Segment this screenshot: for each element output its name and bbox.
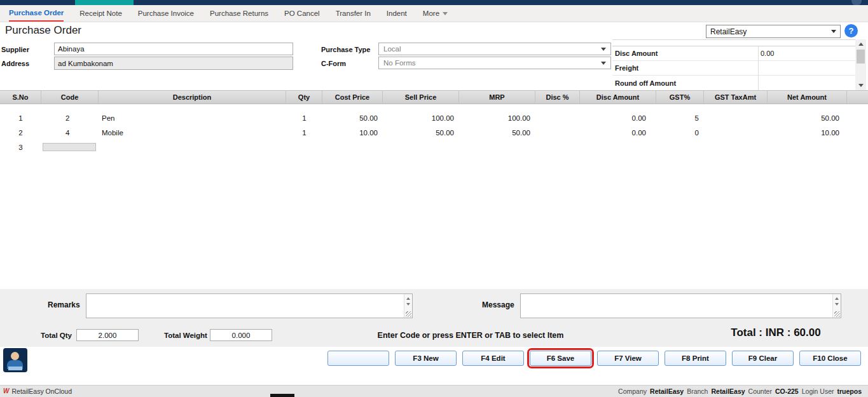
tab-receipt-note[interactable]: Receipt Note [79,5,121,22]
remarks-field [86,293,413,318]
scroll-up-icon[interactable] [855,39,866,49]
cell-cost-price: 50.00 [322,111,383,125]
f9-clear-button[interactable]: F9 Clear [732,351,794,366]
table-row[interactable]: 2 4 Mobile 1 10.00 50.00 50.00 0.00 0 10… [0,125,868,140]
company-label: Company [618,387,647,395]
supplier-input[interactable] [54,43,293,55]
charge-row-disc-amount[interactable]: Disc Amount 0.00 [612,46,855,61]
cell-gst-taxamt [704,111,768,125]
tab-purchase-returns[interactable]: Purchase Returns [210,5,268,22]
tab-label: More [423,10,439,17]
cell-gst-pct: 5 [656,111,704,125]
charge-row-clipped [612,40,855,46]
spinner-down-icon[interactable] [833,301,841,307]
message-field [520,293,841,318]
grid-body: 1 2 Pen 1 50.00 100.00 100.00 0.00 5 50.… [0,105,868,289]
taskbar-peek [270,394,294,397]
login-user-label: Login User [802,387,834,395]
tab-purchase-order[interactable]: Purchase Order [9,5,64,22]
cform-dropdown[interactable]: No Forms [378,57,611,69]
tab-transfer-in[interactable]: Transfer In [336,5,371,22]
spinner-down-icon[interactable] [404,301,412,307]
f8-print-button[interactable]: F8 Print [665,351,726,366]
cell-qty: 1 [286,111,322,125]
chevron-down-icon [601,62,606,65]
resize-grip-icon[interactable] [834,311,840,317]
blank-button[interactable] [327,351,389,366]
cell-disc-amount: 0.00 [580,125,656,140]
cell-gst-pct: 0 [656,125,704,140]
counter-label: Counter [748,387,772,395]
message-label: Message [482,300,514,309]
charge-row-round-off[interactable]: Round off Amount [612,76,855,90]
cell-code: 2 [41,111,99,125]
cell-sno: 3 [0,140,41,154]
table-row[interactable]: 1 2 Pen 1 50.00 100.00 100.00 0.00 5 50.… [0,111,868,125]
purchase-type-label: Purchase Type [321,46,370,53]
cform-value: No Forms [383,59,415,67]
column-header-gst-taxamt: GST TaxAmt [704,91,768,104]
status-bar: W RetailEasy OnCloud Company RetailEasy … [0,385,868,397]
f10-close-button[interactable]: F10 Close [799,351,861,366]
charge-value: 0.00 [758,50,774,57]
cell-code-entry [41,140,99,154]
cell-description: Mobile [99,125,286,140]
column-header-code: Code [41,91,99,104]
function-button-row: F3 New F4 Edit F6 Save F7 View F8 Print … [0,350,868,367]
column-header-net-amount: Net Amount [768,91,847,104]
tab-label: Purchase Returns [210,10,268,17]
tab-po-cancel[interactable]: PO Cancel [284,5,320,22]
counter-value: CO-225 [775,387,799,395]
tab-indent[interactable]: Indent [387,5,407,22]
address-label: Address [1,60,29,67]
cell-description: Pen [99,111,286,125]
purchase-type-value: Local [383,45,401,53]
charges-scrollbar[interactable] [855,39,866,90]
spinner-up-icon[interactable] [404,295,412,301]
total-qty-input[interactable] [76,329,139,341]
cell-gst-taxamt [704,125,768,140]
grid-header: S.No Code Description Qty Cost Price Sel… [0,90,868,104]
charge-row-freight[interactable]: Freight [612,61,855,76]
spinner-up-icon[interactable] [833,295,841,301]
f4-edit-button[interactable]: F4 Edit [462,351,524,366]
f6-save-button[interactable]: F6 Save [530,351,591,366]
address-input[interactable] [54,57,293,70]
total-weight-input[interactable] [210,329,272,341]
avatar-head [11,352,19,360]
cell-disc-amount: 0.00 [580,111,656,125]
purchase-type-dropdown[interactable]: Local [378,43,611,55]
help-icon[interactable]: ? [844,24,858,37]
app-logo-icon: W [3,388,9,394]
scrollbar-thumb[interactable] [857,50,865,64]
f7-view-button[interactable]: F7 View [597,351,659,366]
cell-qty: 1 [286,125,322,140]
charges-column-divider [758,46,759,90]
tab-label: Purchase Invoice [138,10,194,17]
column-header-gst-pct: GST% [656,91,704,104]
tab-purchase-invoice[interactable]: Purchase Invoice [138,5,194,22]
f3-new-button[interactable]: F3 New [395,351,457,366]
tab-more[interactable]: More [423,5,448,22]
chevron-down-icon [443,12,448,15]
chevron-down-icon [831,30,836,33]
page-title: Purchase Order [5,24,81,37]
form-area: Supplier Address Purchase Type Local C-F… [0,39,868,90]
store-selector-dropdown[interactable]: RetailEasy [706,25,841,38]
login-user-value: truepos [837,387,862,395]
total-qty-label: Total Qty [41,332,72,339]
resize-grip-icon[interactable] [406,311,411,317]
purchase-order-window: Purchase Order Receipt Note Purchase Inv… [0,0,868,397]
tab-label: Indent [387,10,407,17]
column-header-sno: S.No [0,91,41,104]
cell-sno: 2 [0,125,41,140]
remarks-textarea[interactable] [86,294,403,318]
remarks-scroll-strip[interactable] [404,294,412,318]
cform-label: C-Form [321,60,346,67]
company-value: RetailEasy [650,387,684,395]
scroll-down-icon[interactable] [855,81,866,90]
message-scroll-strip[interactable] [832,294,841,318]
item-code-input[interactable] [43,143,96,151]
message-textarea[interactable] [521,294,832,318]
top-bar [0,0,868,5]
